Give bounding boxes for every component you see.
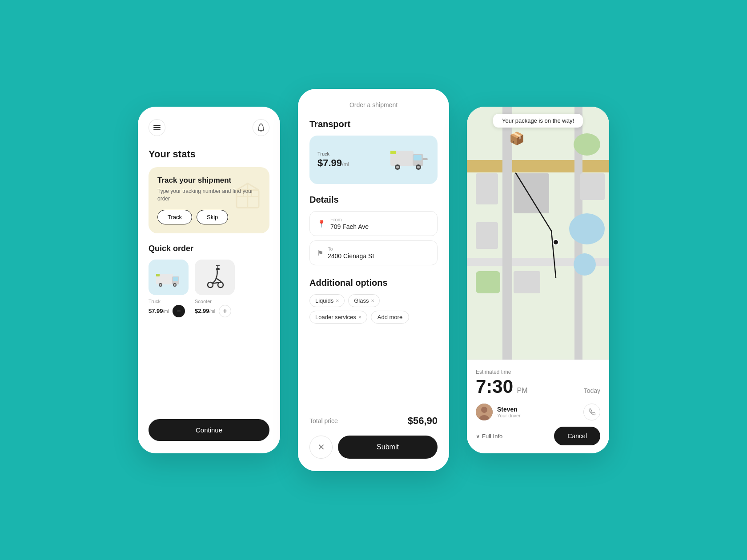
phone2-header: Order a shipment — [309, 101, 438, 108]
route-end-dot — [553, 239, 559, 245]
svg-point-30 — [481, 407, 487, 413]
transport-section-title: Transport — [309, 119, 438, 129]
eta-today: Today — [584, 387, 600, 394]
submit-button[interactable]: Submit — [338, 436, 438, 459]
total-row: Total price $56,90 — [309, 415, 438, 427]
to-value: 2400 Cienaga St — [328, 252, 374, 260]
transport-info: Truck $7.99/ml — [317, 151, 349, 169]
driver-details: Steven Your driver — [497, 406, 521, 418]
skip-button[interactable]: Skip — [197, 210, 228, 224]
driver-avatar — [476, 404, 493, 420]
phone1-header — [149, 119, 269, 136]
driver-info: Steven Your driver — [476, 404, 521, 420]
from-field[interactable]: 📍 From 709 Faeh Ave — [309, 211, 438, 236]
svg-rect-0 — [153, 125, 161, 126]
scooter-plus-button[interactable]: + — [219, 305, 231, 317]
eta-ampm: PM — [517, 387, 528, 394]
transport-price: $7.99/ml — [317, 157, 349, 169]
svg-point-24 — [396, 166, 399, 168]
svg-rect-9 — [173, 277, 178, 281]
continue-button[interactable]: Continue — [149, 419, 269, 441]
truck-minus-button[interactable]: − — [173, 305, 185, 317]
svg-rect-28 — [422, 158, 428, 160]
loader-remove-icon[interactable]: × — [358, 314, 361, 320]
phone-screen-3: Your package is on the way! 📦 Estimated … — [467, 107, 609, 453]
transport-type: Truck — [317, 151, 349, 156]
driver-role: Your driver — [497, 413, 521, 418]
to-field-content: To 2400 Cienaga St — [328, 246, 374, 260]
driver-name: Steven — [497, 406, 521, 413]
destination-icon: ⚑ — [317, 249, 323, 257]
map-section: Your package is on the way! 📦 — [467, 107, 609, 360]
from-value: 709 Faeh Ave — [330, 223, 369, 230]
svg-point-3 — [261, 130, 262, 132]
total-label: Total price — [309, 417, 338, 424]
full-info-label: Full Info — [482, 433, 502, 440]
driver-row: Steven Your driver — [476, 404, 600, 420]
scooter-image — [195, 260, 235, 295]
truck-price-row: $7.99/ml − — [149, 305, 189, 317]
svg-rect-27 — [390, 151, 396, 154]
transport-truck-icon — [390, 143, 430, 177]
eta-time-row: 7:30 PM Today — [476, 376, 600, 397]
svg-point-13 — [174, 284, 176, 286]
quick-order-title: Quick order — [149, 244, 269, 253]
svg-rect-22 — [414, 155, 422, 160]
package-banner: Your package is on the way! — [493, 114, 583, 128]
total-amount: $56,90 — [408, 415, 438, 427]
cancel-order-button[interactable]: Cancel — [554, 427, 600, 445]
scooter-price-row: $2.99/ml + — [195, 305, 235, 317]
quick-order-items: Truck $7.99/ml − — [149, 260, 269, 317]
svg-rect-17 — [216, 268, 220, 270]
stats-title: Your stats — [149, 148, 269, 160]
phone3-bottom: Estimated time 7:30 PM Today Steven — [467, 360, 609, 453]
truck-price: $7.99/ml — [149, 308, 169, 314]
loader-services-tag[interactable]: Loader services × — [309, 311, 367, 324]
details-section-title: Details — [309, 195, 438, 205]
eta-time: 7:30 — [476, 376, 513, 397]
phone-screen-2: Order a shipment Transport Truck $7.99/m… — [298, 89, 449, 471]
from-label: From — [330, 217, 369, 222]
add-more-button[interactable]: Add more — [371, 311, 409, 324]
scooter-price: $2.99/ml — [195, 308, 215, 314]
glass-tag[interactable]: Glass × — [348, 294, 380, 307]
from-field-content: From 709 Faeh Ave — [330, 217, 369, 230]
scooter-label: Scooter — [195, 299, 212, 304]
to-label: To — [328, 246, 374, 252]
route-line — [467, 107, 609, 360]
phone3-footer: ∨ Full Info Cancel — [476, 427, 600, 445]
phone-screen-1: Your stats Track your shipment Type your… — [138, 107, 280, 453]
phone2-actions: ✕ Submit — [309, 436, 438, 459]
svg-point-11 — [160, 284, 161, 286]
eta-time-group: 7:30 PM — [476, 376, 528, 397]
liquids-tag[interactable]: Liquids × — [309, 294, 345, 307]
menu-button[interactable] — [149, 119, 165, 136]
svg-rect-2 — [153, 129, 161, 130]
additional-options: Liquids × Glass × Loader services × Add … — [309, 294, 438, 324]
transport-card[interactable]: Truck $7.99/ml — [309, 136, 438, 184]
package-icon — [232, 181, 263, 219]
cancel-button[interactable]: ✕ — [309, 436, 333, 459]
call-driver-button[interactable] — [583, 404, 600, 420]
to-field[interactable]: ⚑ To 2400 Cienaga St — [309, 240, 438, 265]
glass-remove-icon[interactable]: × — [371, 298, 374, 304]
svg-point-26 — [417, 166, 420, 168]
chevron-icon: ∨ — [476, 433, 480, 440]
truck-label: Truck — [149, 299, 161, 304]
truck-image — [149, 260, 189, 295]
location-icon: 📍 — [317, 220, 326, 228]
svg-rect-14 — [156, 274, 160, 276]
quick-item-scooter: Scooter $2.99/ml + — [195, 260, 235, 317]
additional-section-title: Additional options — [309, 278, 438, 288]
full-info-link[interactable]: ∨ Full Info — [476, 433, 502, 440]
notifications-button[interactable] — [253, 119, 269, 136]
track-button[interactable]: Track — [157, 210, 192, 224]
quick-item-truck: Truck $7.99/ml − — [149, 260, 189, 317]
eta-label: Estimated time — [476, 369, 600, 375]
svg-rect-1 — [153, 127, 161, 128]
package-location-icon: 📦 — [509, 131, 525, 146]
track-shipment-card: Track your shipment Type your tracking n… — [149, 167, 269, 233]
liquids-remove-icon[interactable]: × — [336, 298, 339, 304]
